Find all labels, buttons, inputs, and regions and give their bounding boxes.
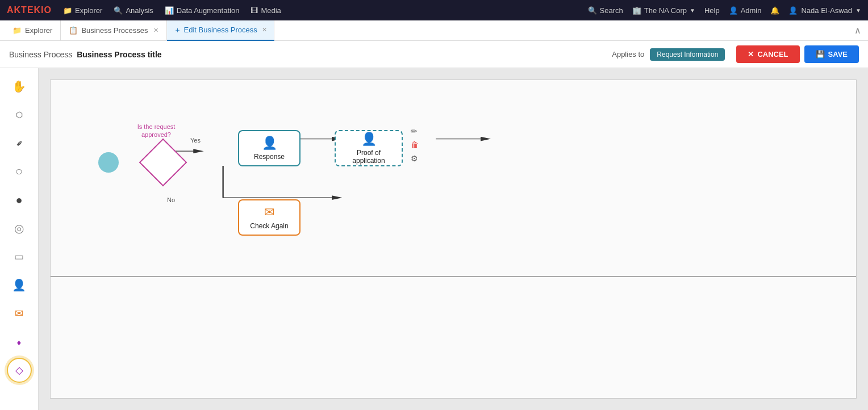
proof-node[interactable]: 👤 Proof of application xyxy=(335,130,403,166)
yes-label: Yes xyxy=(190,137,201,144)
tab-bp-icon: 📋 xyxy=(69,26,78,35)
proof-icon: 👤 xyxy=(361,132,377,147)
gateway-diamond-tool[interactable]: ◇ xyxy=(7,358,32,383)
nav-data-augmentation[interactable]: 📊 Data Augmentation xyxy=(165,6,240,15)
process-title-value: Business Process title xyxy=(77,50,161,59)
bell-icon: 🔔 xyxy=(770,6,779,15)
company-icon: 🏢 xyxy=(632,6,641,15)
data-aug-icon: 📊 xyxy=(165,6,174,15)
gateway-tool[interactable]: ⬧ xyxy=(7,329,32,354)
fit-tool[interactable]: ⬡ xyxy=(7,102,32,127)
save-button[interactable]: 💾 SAVE xyxy=(804,45,859,63)
user-chevron-icon: ▼ xyxy=(856,7,861,14)
cancel-button[interactable]: ✕ CANCEL xyxy=(736,45,799,63)
help-link[interactable]: Help xyxy=(704,6,720,15)
swim-lane-top: Is the request approved? Yes No 👤 Respon… xyxy=(51,80,856,277)
explorer-icon: 📁 xyxy=(63,6,72,15)
tab-explorer[interactable]: 📁 Explorer xyxy=(5,20,61,41)
tab-edit-close[interactable]: ✕ xyxy=(262,26,267,34)
canvas-area[interactable]: Is the request approved? Yes No 👤 Respon… xyxy=(39,68,868,410)
tab-edit-plus-icon: ＋ xyxy=(174,25,181,35)
response-node[interactable]: 👤 Response xyxy=(238,130,301,166)
hand-tool[interactable]: ✋ xyxy=(7,74,32,99)
tab-collapse-button[interactable]: ∧ xyxy=(848,25,868,36)
circle-thick-tool[interactable]: ● xyxy=(7,187,32,212)
main-area: ✋ ⬡ ✒ ○ ● ◎ ▭ 👤 ✉ ⬧ ◇ xyxy=(0,68,868,410)
no-label: No xyxy=(167,196,175,203)
app-logo: AKTEKIO xyxy=(7,5,52,15)
tab-explorer-icon: 📁 xyxy=(12,26,22,35)
applies-to-badge[interactable]: Request Information xyxy=(650,48,725,61)
nav-explorer[interactable]: 📁 Explorer xyxy=(63,6,102,15)
diagram-toolbar: ✋ ⬡ ✒ ○ ● ◎ ▭ 👤 ✉ ⬧ ◇ xyxy=(0,68,39,410)
tab-bp-close[interactable]: ✕ xyxy=(153,27,158,34)
tab-edit-business-process[interactable]: ＋ Edit Business Process ✕ xyxy=(167,20,274,41)
nav-media[interactable]: 🎞 Media xyxy=(251,6,281,15)
user-avatar-icon: 👤 xyxy=(788,6,798,15)
nav-analysis[interactable]: 🔍 Analysis xyxy=(114,6,153,15)
save-icon: 💾 xyxy=(816,50,825,58)
response-icon: 👤 xyxy=(262,136,277,150)
context-menu-pencil[interactable]: ✏ xyxy=(411,127,418,136)
process-label: Business Process Business Process title xyxy=(9,50,162,59)
admin-icon: 👤 xyxy=(729,6,738,15)
pen-tool[interactable]: ✒ xyxy=(1,125,36,161)
company-selector[interactable]: 🏢 The NA Corp ▼ xyxy=(632,6,695,15)
user-task-tool[interactable]: 👤 xyxy=(7,273,32,298)
user-menu[interactable]: 👤 Nada El-Aswad ▼ xyxy=(788,6,861,15)
chevron-down-icon: ▼ xyxy=(690,7,695,14)
context-menu-gear[interactable]: ⚙ xyxy=(411,154,418,163)
applies-to-section: Applies to Request Information xyxy=(612,48,725,61)
action-bar: Business Process Business Process title … xyxy=(0,41,868,68)
tab-business-processes[interactable]: 📋 Business Processes ✕ xyxy=(61,20,167,41)
admin-link[interactable]: 👤 Admin xyxy=(729,6,762,15)
notifications-button[interactable]: 🔔 xyxy=(770,6,779,15)
diagram-container: Is the request approved? Yes No 👤 Respon… xyxy=(50,80,857,399)
circle-outline-tool[interactable]: ○ xyxy=(7,159,32,184)
swim-lane-bottom xyxy=(51,277,856,398)
check-again-node[interactable]: ✉ Check Again xyxy=(238,199,301,236)
circle-ring-tool[interactable]: ◎ xyxy=(7,216,32,241)
chevron-up-icon: ∧ xyxy=(854,26,861,35)
analysis-icon: 🔍 xyxy=(114,6,123,15)
media-icon: 🎞 xyxy=(251,6,258,15)
send-task-tool[interactable]: ✉ xyxy=(7,301,32,326)
top-navigation: AKTEKIO 📁 Explorer 🔍 Analysis 📊 Data Aug… xyxy=(0,0,868,20)
cancel-x-icon: ✕ xyxy=(748,50,754,58)
check-again-icon: ✉ xyxy=(264,205,274,220)
rectangle-tool[interactable]: ▭ xyxy=(7,244,32,269)
start-event[interactable] xyxy=(98,152,119,173)
search-button[interactable]: 🔍 Search xyxy=(588,6,623,15)
tab-bar: 📁 Explorer 📋 Business Processes ✕ ＋ Edit… xyxy=(0,20,868,41)
context-menu-trash[interactable]: 🗑 xyxy=(411,140,419,149)
search-icon: 🔍 xyxy=(588,6,597,15)
